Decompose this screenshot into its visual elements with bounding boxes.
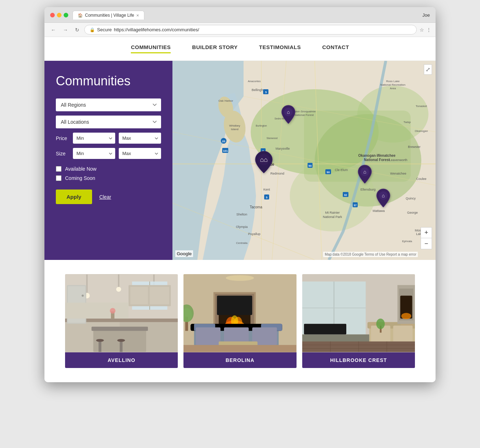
svg-point-112 — [110, 308, 116, 314]
svg-text:Okanogan-Wenatchee: Okanogan-Wenatchee — [358, 154, 396, 158]
svg-text:Area: Area — [390, 87, 396, 90]
svg-rect-83 — [86, 274, 87, 295]
svg-text:Mt Rainier: Mt Rainier — [325, 211, 340, 214]
svg-rect-134 — [183, 345, 296, 352]
browser-titlebar: 🏠 Communities | Village Life ✕ Joe — [44, 7, 436, 23]
svg-text:⌂: ⌂ — [382, 193, 385, 198]
community-name-avellino: AVELLINO — [65, 352, 178, 368]
community-card-berolina[interactable]: BEROLINA — [183, 274, 296, 368]
site-navigation: COMMUNITIES BUILDER STORY TESTIMONIALS C… — [44, 37, 436, 61]
map-attribution: Map data ©2018 Google Terms of Use Repor… — [323, 252, 418, 257]
svg-text:Tacoma: Tacoma — [250, 205, 262, 209]
community-card-avellino[interactable]: AVELLINO — [65, 274, 178, 368]
size-max-select[interactable]: Max — [119, 148, 161, 159]
svg-text:20: 20 — [222, 140, 225, 143]
svg-point-108 — [82, 294, 84, 297]
minimize-button[interactable] — [57, 13, 62, 17]
svg-text:82: 82 — [344, 194, 347, 196]
coming-soon-checkbox[interactable] — [56, 175, 62, 181]
community-image-berolina — [183, 274, 296, 352]
price-min-select[interactable]: Min — [73, 133, 115, 144]
svg-text:90: 90 — [309, 164, 312, 167]
svg-text:Leavenworth: Leavenworth — [389, 158, 407, 162]
community-image-avellino — [65, 274, 178, 352]
map-pin-3[interactable]: ⌂ — [357, 164, 373, 186]
nav-communities[interactable]: COMMUNITIES — [131, 44, 171, 53]
apply-button[interactable]: Apply — [56, 190, 92, 204]
zoom-out-button[interactable]: − — [421, 238, 432, 249]
menu-icon[interactable]: ⋮ — [426, 27, 431, 33]
map-expand-button[interactable]: ⤢ — [424, 64, 432, 75]
svg-text:Twisp: Twisp — [404, 121, 411, 124]
svg-rect-126 — [196, 327, 220, 345]
active-tab[interactable]: 🏠 Communities | Village Life ✕ — [73, 11, 144, 20]
svg-text:Wenatchee: Wenatchee — [390, 172, 406, 175]
svg-text:Kent: Kent — [263, 188, 270, 191]
tab-close-icon[interactable]: ✕ — [136, 14, 139, 17]
svg-text:Centralia: Centralia — [236, 241, 248, 245]
browser-window: 🏠 Communities | Village Life ✕ Joe ← → ↻… — [44, 7, 436, 382]
size-label: Size — [56, 151, 69, 156]
forward-button[interactable]: → — [61, 26, 70, 34]
toolbar-actions: ☆ ⋮ — [420, 27, 431, 33]
svg-text:97: 97 — [354, 204, 357, 207]
map-pin-1[interactable]: ⌂ — [280, 105, 297, 126]
svg-text:National Forest: National Forest — [364, 158, 390, 162]
svg-text:Anacortes: Anacortes — [248, 80, 261, 83]
svg-rect-102 — [96, 339, 104, 342]
svg-text:Island: Island — [231, 128, 238, 131]
map-zoom-controls: + − — [421, 227, 432, 249]
svg-rect-141 — [304, 324, 346, 335]
svg-text:Oak Harbor: Oak Harbor — [218, 99, 233, 102]
coming-soon-item[interactable]: Coming Soon — [56, 175, 161, 181]
svg-rect-85 — [118, 274, 119, 289]
map-pin-2[interactable]: ⌂⌂ — [254, 150, 274, 175]
svg-text:National Forest: National Forest — [294, 113, 314, 117]
reload-button[interactable]: ↻ — [73, 26, 81, 34]
svg-text:Coulee: Coulee — [416, 177, 427, 181]
secure-label: Secure — [97, 27, 112, 32]
google-logo: Google — [175, 250, 193, 257]
zoom-in-button[interactable]: + — [421, 228, 432, 238]
nav-builder-story[interactable]: BUILDER STORY — [192, 44, 238, 53]
svg-text:Shelton: Shelton — [236, 213, 247, 216]
map-svg: Bellingham Marysville Whidbey Island Oak… — [172, 61, 436, 260]
map-container[interactable]: Bellingham Marysville Whidbey Island Oak… — [172, 61, 436, 260]
close-button[interactable] — [50, 13, 55, 17]
status-checkboxes: Available Now Coming Soon — [56, 166, 161, 181]
available-now-label: Available Now — [65, 166, 96, 172]
svg-text:⌂: ⌂ — [363, 169, 366, 175]
svg-text:National Recreation: National Recreation — [380, 83, 405, 86]
svg-text:Whidbey: Whidbey — [229, 124, 240, 127]
maximize-button[interactable] — [64, 13, 68, 17]
map-pin-4[interactable]: ⌂ — [375, 188, 391, 209]
svg-rect-93 — [130, 287, 148, 305]
community-card-hillbrooke[interactable]: HILLBROOKE CREST — [302, 274, 415, 368]
svg-text:Ross Lake: Ross Lake — [386, 80, 400, 83]
svg-text:⌂⌂: ⌂⌂ — [260, 156, 268, 163]
available-now-checkbox[interactable] — [56, 166, 62, 172]
clear-button[interactable]: Clear — [99, 194, 111, 200]
website-content: COMMUNITIES BUILDER STORY TESTIMONIALS C… — [44, 37, 436, 382]
nav-contact[interactable]: CONTACT — [322, 44, 349, 53]
url-text: https://villagelifehomes.com/communities… — [114, 27, 199, 32]
svg-rect-104 — [117, 339, 125, 342]
bookmark-icon[interactable]: ☆ — [420, 27, 424, 33]
regions-select[interactable]: All Regions — [56, 98, 161, 111]
svg-text:Puyallup: Puyallup — [248, 232, 261, 236]
svg-rect-121 — [217, 295, 252, 315]
filter-actions: Apply Clear — [56, 190, 161, 204]
svg-point-86 — [116, 287, 121, 292]
nav-testimonials[interactable]: TESTIMONIALS — [259, 44, 301, 53]
community-image-hillbrooke — [302, 274, 415, 352]
address-bar[interactable]: 🔒 Secure https://villagelifehomes.com/co… — [84, 25, 417, 34]
svg-text:Cle Elum: Cle Elum — [335, 168, 348, 172]
size-min-select[interactable]: Min — [73, 148, 115, 159]
price-max-select[interactable]: Max — [119, 133, 161, 144]
svg-point-155 — [376, 319, 385, 329]
svg-text:George: George — [407, 211, 418, 214]
back-button[interactable]: ← — [49, 26, 58, 34]
locations-select[interactable]: All Locations — [56, 116, 161, 128]
available-now-item[interactable]: Available Now — [56, 166, 161, 172]
svg-text:Marysville: Marysville — [276, 147, 290, 150]
